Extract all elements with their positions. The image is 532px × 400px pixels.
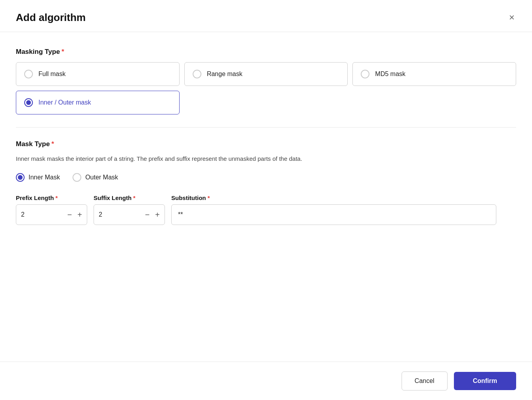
mask-option-range-label: Range mask [207,70,243,78]
prefix-length-decrement[interactable]: − [67,211,72,219]
masking-type-section: Masking Type* Full mask Range mask MD5 m… [16,48,516,114]
mask-option-md5[interactable]: MD5 mask [352,62,516,86]
masking-type-grid: Full mask Range mask MD5 mask [16,62,516,86]
mask-option-inner-outer[interactable]: Inner / Outer mask [16,91,180,114]
confirm-button[interactable]: Confirm [454,372,516,390]
suffix-length-value: 2 [99,211,140,218]
mask-option-md5-label: MD5 mask [375,70,405,78]
masking-type-label: Masking Type* [16,48,516,56]
inner-mask-label: Inner Mask [29,174,60,181]
mask-type-label: Mask Type* [16,140,516,148]
substitution-input[interactable] [171,204,496,225]
dialog-header: Add algorithm × [0,0,532,32]
radio-full [24,70,33,78]
prefix-length-input[interactable]: 2 − + [16,204,87,225]
mask-type-section: Mask Type* Inner mask masks the interior… [16,140,516,225]
radio-outer-mask [73,173,81,182]
masking-type-row2: Inner / Outer mask [16,91,516,114]
prefix-length-controls: − + [67,211,82,219]
cancel-button[interactable]: Cancel [402,371,448,390]
substitution-label: Substitution* [171,194,496,201]
mask-option-full[interactable]: Full mask [16,62,180,86]
radio-md5 [361,70,369,78]
dialog-title: Add algorithm [16,11,86,24]
outer-mask-label: Outer Mask [85,174,118,181]
prefix-length-group: Prefix Length* 2 − + [16,194,87,225]
suffix-length-group: Suffix Length* 2 − + [94,194,165,225]
radio-inner-outer-dot [26,100,31,105]
radio-range [193,70,201,78]
prefix-length-increment[interactable]: + [77,211,82,219]
mask-option-full-label: Full mask [38,70,65,78]
dialog-body: Masking Type* Full mask Range mask MD5 m… [0,32,532,362]
mask-option-range[interactable]: Range mask [184,62,348,86]
radio-inner-mask-dot [18,175,23,180]
dialog-footer: Cancel Confirm [0,362,532,400]
prefix-length-value: 2 [21,211,63,218]
suffix-length-increment[interactable]: + [155,211,160,219]
mask-option-inner-outer-label: Inner / Outer mask [38,99,91,106]
close-button[interactable]: × [507,11,516,24]
prefix-length-label: Prefix Length* [16,194,87,201]
radio-inner-mask [16,173,25,182]
suffix-length-decrement[interactable]: − [145,211,150,219]
fields-row: Prefix Length* 2 − + Suffix Length* [16,194,516,225]
section-divider [16,127,516,128]
radio-inner-outer [24,98,33,107]
mask-type-outer[interactable]: Outer Mask [73,173,118,182]
suffix-length-controls: − + [145,211,160,219]
mask-type-radios: Inner Mask Outer Mask [16,173,516,182]
mask-type-inner[interactable]: Inner Mask [16,173,60,182]
mask-type-description: Inner mask masks the interior part of a … [16,154,516,164]
substitution-group: Substitution* [171,194,496,225]
add-algorithm-dialog: Add algorithm × Masking Type* Full mask … [0,0,532,400]
suffix-length-input[interactable]: 2 − + [94,204,165,225]
suffix-length-label: Suffix Length* [94,194,165,201]
